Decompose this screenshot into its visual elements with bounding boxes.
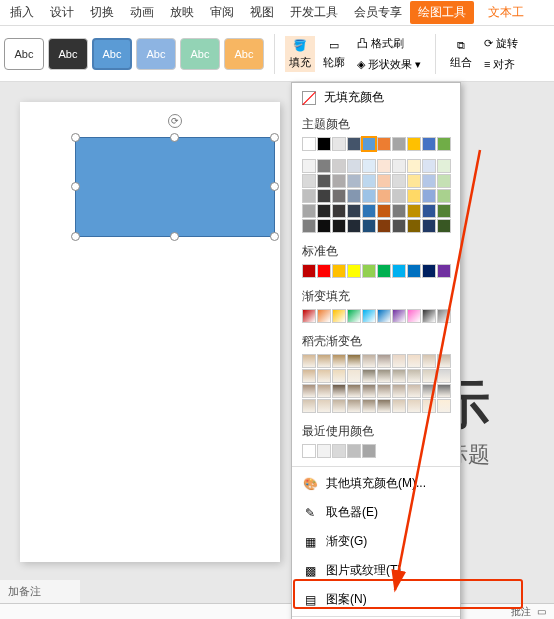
color-swatch[interactable] <box>347 264 361 278</box>
color-swatch[interactable] <box>422 264 436 278</box>
shell-swatch[interactable] <box>422 399 436 413</box>
tab-slideshow[interactable]: 放映 <box>162 1 202 24</box>
color-swatch[interactable] <box>377 219 391 233</box>
color-swatch[interactable] <box>302 219 316 233</box>
color-swatch[interactable] <box>332 159 346 173</box>
shell-swatch[interactable] <box>377 354 391 368</box>
shell-swatch[interactable] <box>437 369 451 383</box>
shape-style-3[interactable]: Abc <box>92 38 132 70</box>
comments-label[interactable]: 批注 <box>511 605 531 619</box>
color-swatch[interactable] <box>392 189 406 203</box>
fill-button[interactable]: 🪣 填充 <box>285 36 315 72</box>
color-swatch[interactable] <box>422 137 436 151</box>
color-swatch[interactable] <box>422 219 436 233</box>
format-brush-button[interactable]: 凸格式刷 <box>353 34 425 53</box>
color-swatch[interactable] <box>347 219 361 233</box>
resize-handle-e[interactable] <box>270 182 279 191</box>
shell-swatch[interactable] <box>362 354 376 368</box>
color-swatch[interactable] <box>437 189 451 203</box>
gradient-swatch[interactable] <box>422 309 436 323</box>
color-swatch[interactable] <box>317 204 331 218</box>
color-swatch[interactable] <box>332 219 346 233</box>
tab-design[interactable]: 设计 <box>42 1 82 24</box>
shell-swatch[interactable] <box>392 369 406 383</box>
color-swatch[interactable] <box>377 137 391 151</box>
color-swatch[interactable] <box>302 444 316 458</box>
shell-swatch[interactable] <box>332 369 346 383</box>
tab-insert[interactable]: 插入 <box>2 1 42 24</box>
color-swatch[interactable] <box>317 264 331 278</box>
shape-style-4[interactable]: Abc <box>136 38 176 70</box>
tab-transition[interactable]: 切换 <box>82 1 122 24</box>
shell-swatch[interactable] <box>437 384 451 398</box>
resize-handle-s[interactable] <box>170 232 179 241</box>
gradient-swatch[interactable] <box>392 309 406 323</box>
color-swatch[interactable] <box>392 174 406 188</box>
shell-swatch[interactable] <box>317 369 331 383</box>
shell-swatch[interactable] <box>302 369 316 383</box>
color-swatch[interactable] <box>437 219 451 233</box>
shell-swatch[interactable] <box>347 384 361 398</box>
color-swatch[interactable] <box>422 174 436 188</box>
color-swatch[interactable] <box>362 444 376 458</box>
color-swatch[interactable] <box>422 189 436 203</box>
gradient-swatch[interactable] <box>347 309 361 323</box>
color-swatch[interactable] <box>347 159 361 173</box>
color-swatch[interactable] <box>392 137 406 151</box>
shell-swatch[interactable] <box>362 399 376 413</box>
color-swatch[interactable] <box>392 159 406 173</box>
color-swatch[interactable] <box>332 189 346 203</box>
color-swatch[interactable] <box>437 159 451 173</box>
color-swatch[interactable] <box>317 174 331 188</box>
color-swatch[interactable] <box>347 204 361 218</box>
color-swatch[interactable] <box>422 204 436 218</box>
resize-handle-w[interactable] <box>71 182 80 191</box>
notes-area[interactable]: 加备注 <box>0 580 80 603</box>
color-swatch[interactable] <box>437 137 451 151</box>
rotate-button[interactable]: ⟳旋转 <box>480 34 522 53</box>
color-swatch[interactable] <box>362 137 376 151</box>
shell-swatch[interactable] <box>362 369 376 383</box>
shell-swatch[interactable] <box>362 384 376 398</box>
shell-swatch[interactable] <box>302 354 316 368</box>
color-swatch[interactable] <box>377 159 391 173</box>
resize-handle-ne[interactable] <box>270 133 279 142</box>
color-swatch[interactable] <box>302 137 316 151</box>
shell-swatch[interactable] <box>407 369 421 383</box>
color-swatch[interactable] <box>317 189 331 203</box>
color-swatch[interactable] <box>302 264 316 278</box>
picture-texture-item[interactable]: ▩图片或纹理(T) <box>292 556 460 585</box>
color-swatch[interactable] <box>332 444 346 458</box>
shell-swatch[interactable] <box>422 354 436 368</box>
shape-style-2[interactable]: Abc <box>48 38 88 70</box>
pattern-item[interactable]: ▤图案(N) <box>292 585 460 614</box>
gradient-swatch[interactable] <box>377 309 391 323</box>
shell-swatch[interactable] <box>332 399 346 413</box>
color-swatch[interactable] <box>332 137 346 151</box>
resize-handle-sw[interactable] <box>71 232 80 241</box>
color-swatch[interactable] <box>407 204 421 218</box>
color-swatch[interactable] <box>377 204 391 218</box>
color-swatch[interactable] <box>332 204 346 218</box>
shell-swatch[interactable] <box>392 384 406 398</box>
color-swatch[interactable] <box>377 264 391 278</box>
shape-style-5[interactable]: Abc <box>180 38 220 70</box>
shell-swatch[interactable] <box>422 384 436 398</box>
resize-handle-nw[interactable] <box>71 133 80 142</box>
shell-swatch[interactable] <box>422 369 436 383</box>
color-swatch[interactable] <box>362 189 376 203</box>
color-swatch[interactable] <box>317 159 331 173</box>
rotation-handle[interactable]: ⟳ <box>168 114 182 128</box>
color-swatch[interactable] <box>347 189 361 203</box>
shell-swatch[interactable] <box>332 384 346 398</box>
shell-swatch[interactable] <box>302 399 316 413</box>
shell-swatch[interactable] <box>407 399 421 413</box>
eyedropper-item[interactable]: ✎取色器(E) <box>292 498 460 527</box>
color-swatch[interactable] <box>317 444 331 458</box>
gradient-swatch[interactable] <box>317 309 331 323</box>
color-swatch[interactable] <box>437 174 451 188</box>
color-swatch[interactable] <box>362 204 376 218</box>
shell-swatch[interactable] <box>347 354 361 368</box>
shell-swatch[interactable] <box>317 399 331 413</box>
color-swatch[interactable] <box>407 189 421 203</box>
